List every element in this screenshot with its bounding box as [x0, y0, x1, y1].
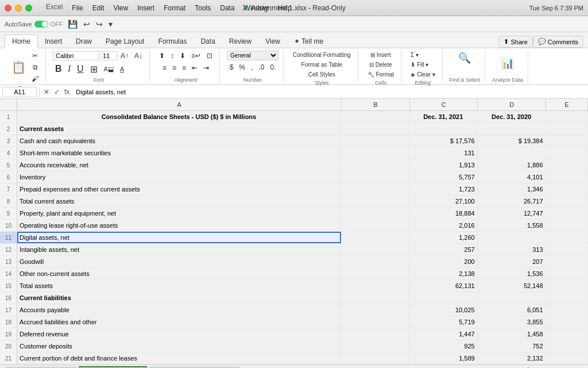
cell-b-5[interactable] [341, 159, 409, 171]
cell-d-13[interactable]: 207 [478, 256, 546, 267]
cell-e-2[interactable] [546, 123, 588, 135]
undo-icon[interactable]: ↩ [82, 18, 91, 30]
cell-b-12[interactable] [341, 244, 409, 255]
col-header-a[interactable]: A [17, 99, 342, 110]
formula-input[interactable] [74, 89, 586, 95]
paste-button[interactable]: 📋 [9, 59, 28, 75]
cell-d-16[interactable] [478, 292, 546, 304]
traffic-lights[interactable] [5, 5, 32, 12]
number-format-select[interactable]: General Number Currency Accounting [227, 51, 278, 60]
cell-b-16[interactable] [341, 292, 409, 304]
fill-color-button[interactable]: A⬓ [102, 64, 116, 74]
tab-draw[interactable]: Draw [69, 35, 99, 48]
cell-b-18[interactable] [341, 316, 409, 328]
cell-d-9[interactable]: 12,747 [478, 208, 546, 219]
clear-button[interactable]: ◈ Clear ▾ [408, 70, 437, 79]
maximize-button[interactable] [25, 5, 32, 12]
cell-d-19[interactable]: 1,458 [478, 328, 546, 340]
cell-d-4[interactable] [478, 147, 546, 159]
cell-e-3[interactable] [546, 135, 588, 147]
cell-b-6[interactable] [341, 171, 409, 183]
cell-d-17[interactable]: 6,051 [478, 304, 546, 316]
save-icon[interactable]: 💾 [67, 18, 79, 30]
menu-view[interactable]: View [109, 3, 133, 13]
autosave-toggle[interactable] [34, 21, 48, 28]
cell-a-16[interactable]: Current liabilities [17, 292, 341, 304]
cell-e-20[interactable] [546, 340, 588, 352]
cell-a-20[interactable]: Customer deposits [17, 340, 341, 352]
cell-d-11[interactable] [478, 232, 546, 243]
cell-e-16[interactable] [546, 292, 588, 304]
cell-e-6[interactable] [546, 171, 588, 183]
cell-d-2[interactable] [478, 123, 546, 135]
cell-c-1[interactable]: Dec. 31, 2021 [409, 111, 478, 122]
fill-button[interactable]: ⬇ Fill ▾ [408, 60, 431, 69]
cell-e-10[interactable] [546, 220, 588, 231]
cell-a-14[interactable]: Other non-current assets [17, 268, 341, 279]
align-right-button[interactable]: ≡ [180, 63, 188, 73]
align-top-button[interactable]: ⬆ [157, 51, 167, 61]
cell-e-12[interactable] [546, 244, 588, 255]
menu-insert[interactable]: Insert [133, 3, 159, 13]
insert-cells-button[interactable]: ⊞ Insert [368, 51, 393, 59]
cell-e-19[interactable] [546, 328, 588, 340]
tab-formulas[interactable]: Formulas [151, 35, 194, 48]
cell-e-8[interactable] [546, 195, 588, 207]
cell-a-18[interactable]: Accrued liabilities and other [17, 316, 341, 328]
cell-c-10[interactable]: 2,016 [409, 220, 478, 231]
conditional-format-button[interactable]: Conditional Formatting [291, 51, 353, 59]
cell-a-15[interactable]: Total assets [17, 280, 341, 292]
cell-c-14[interactable]: 2,138 [409, 268, 478, 279]
cell-a-5[interactable]: Accounts receivable, net [17, 159, 341, 171]
cell-e-7[interactable] [546, 183, 588, 195]
border-button[interactable]: ⊞ [88, 63, 100, 76]
cell-c-3[interactable]: $ 17,576 [409, 135, 478, 147]
cell-b-21[interactable] [341, 352, 409, 364]
align-left-button[interactable]: ≡ [160, 63, 169, 73]
cell-reference-box[interactable] [2, 87, 37, 97]
cell-d-6[interactable]: 4,101 [478, 171, 546, 183]
cell-b-3[interactable] [341, 135, 409, 147]
cell-e-21[interactable] [546, 352, 588, 364]
cell-b-14[interactable] [341, 268, 409, 279]
cell-c-15[interactable]: 62,131 [409, 280, 478, 292]
cell-d-14[interactable]: 1,536 [478, 268, 546, 279]
tab-page-layout[interactable]: Page Layout [99, 35, 151, 48]
align-middle-button[interactable]: ↕ [168, 51, 176, 61]
delete-cells-button[interactable]: ⊟ Delete [367, 60, 394, 69]
cell-a-12[interactable]: Intangible assets, net [17, 244, 341, 255]
comments-button[interactable]: 💬 Comments [533, 36, 583, 48]
cell-c-16[interactable] [409, 292, 478, 304]
menu-file[interactable]: File [67, 3, 87, 13]
cell-a-7[interactable]: Prepaid expenses and other current asset… [17, 183, 341, 195]
tab-home[interactable]: Home [5, 34, 38, 48]
cell-a-2[interactable]: Current assets [17, 123, 341, 135]
cell-c-13[interactable]: 200 [409, 256, 478, 267]
cell-e-13[interactable] [546, 256, 588, 267]
analyze-data-button[interactable]: 📊 [499, 56, 516, 71]
insert-function-button[interactable]: fx [63, 88, 71, 96]
cell-c-9[interactable]: 18,884 [409, 208, 478, 219]
cell-c-19[interactable]: 1,447 [409, 328, 478, 340]
menu-format[interactable]: Format [159, 3, 190, 13]
cell-a-19[interactable]: Deferred revenue [17, 328, 341, 340]
cell-e-4[interactable] [546, 147, 588, 159]
font-color-button[interactable]: A [118, 64, 126, 74]
dollar-sign-button[interactable]: $ [227, 62, 236, 72]
copy-button[interactable]: ⧉ [29, 62, 41, 72]
cell-c-7[interactable]: 1,723 [409, 183, 478, 195]
cell-a-6[interactable]: Inventory [17, 171, 341, 183]
format-cells-button[interactable]: 🔧 Format [365, 70, 396, 79]
increase-indent-button[interactable]: ⇥ [201, 63, 211, 73]
decrease-indent-button[interactable]: ⇤ [189, 63, 200, 73]
cell-b-17[interactable] [341, 304, 409, 316]
cell-b-9[interactable] [341, 208, 409, 219]
cell-c-20[interactable]: 925 [409, 340, 478, 352]
cell-e-15[interactable] [546, 280, 588, 292]
cell-c-21[interactable]: 1,589 [409, 352, 478, 364]
sum-button[interactable]: Σ ▾ [408, 51, 421, 59]
cell-e-14[interactable] [546, 268, 588, 279]
cell-b-1[interactable] [341, 111, 409, 122]
cell-b-7[interactable] [341, 183, 409, 195]
cell-b-10[interactable] [341, 220, 409, 231]
